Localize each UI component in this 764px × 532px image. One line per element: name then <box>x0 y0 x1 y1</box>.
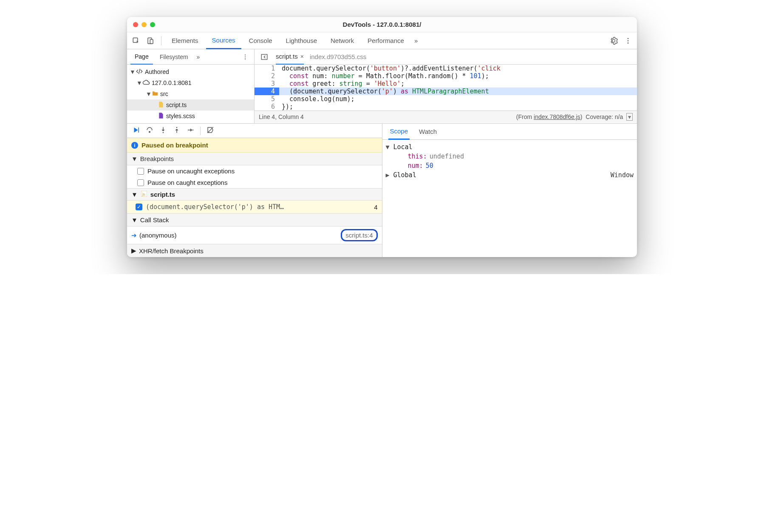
coverage-toggle-icon[interactable]: ▾ <box>626 113 633 121</box>
svg-text:js: js <box>142 192 145 196</box>
tree-authored[interactable]: ▼ Authored <box>127 66 254 77</box>
disclosure-triangle-icon: ▼ <box>131 155 138 162</box>
pause-banner: i Paused on breakpoint <box>127 138 382 153</box>
code-text: document.querySelector('button')?.addEve… <box>279 65 637 72</box>
inspect-element-icon[interactable] <box>130 34 142 47</box>
tree-file-script[interactable]: script.ts <box>127 99 254 110</box>
device-toolbar-icon[interactable] <box>144 34 157 47</box>
xhr-breakpoints-section[interactable]: ▶ XHR/fetch Breakpoints <box>127 244 382 257</box>
navigator-tab-filesystem[interactable]: Filesystem <box>156 49 192 65</box>
tab-lighthouse[interactable]: Lighthouse <box>280 32 323 49</box>
editor-tab-label: index.d9703d55.css <box>310 53 366 60</box>
settings-icon[interactable] <box>607 34 620 47</box>
scope-this-row[interactable]: this: undefined <box>386 152 634 161</box>
tree-host-label: 127.0.0.1:8081 <box>152 79 191 86</box>
checkbox-icon[interactable] <box>137 179 144 186</box>
step-into-icon[interactable] <box>159 126 167 135</box>
cursor-position: Line 4, Column 4 <box>259 113 304 120</box>
separator <box>200 127 201 135</box>
scope-global-row[interactable]: ▶ Global Window <box>386 170 634 180</box>
editor-tab-script[interactable]: script.ts × <box>276 49 304 65</box>
checkbox-icon[interactable] <box>137 168 144 175</box>
callstack-location[interactable]: script.ts:4 <box>341 229 377 241</box>
code-line[interactable]: 4 (document.querySelector('p') as HTMLPa… <box>255 88 637 95</box>
disclosure-triangle-icon: ▶ <box>131 247 136 255</box>
tab-scope[interactable]: Scope <box>388 124 410 140</box>
editor-tab-css[interactable]: index.d9703d55.css <box>310 49 366 65</box>
callstack-title: Call Stack <box>140 216 169 224</box>
line-number[interactable]: 2 <box>255 72 279 80</box>
editor-status-bar: Line 4, Column 4 (From index.7808df6e.js… <box>255 110 637 123</box>
navigator-pane: Page Filesystem » ▼ Authored ▼ 127.0.0.1… <box>127 49 255 123</box>
scope-tabs: Scope Watch <box>382 124 637 140</box>
line-number[interactable]: 1 <box>255 65 279 72</box>
tab-network[interactable]: Network <box>325 32 360 49</box>
line-number[interactable]: 5 <box>255 95 279 103</box>
code-line[interactable]: 6}); <box>255 103 637 110</box>
disclosure-triangle-icon: ▼ <box>131 216 138 224</box>
close-tab-icon[interactable]: × <box>300 53 304 60</box>
code-line[interactable]: 2 const num: number = Math.floor(Math.ra… <box>255 72 637 80</box>
tree-host[interactable]: ▼ 127.0.0.1:8081 <box>127 77 254 88</box>
line-number[interactable]: 4 <box>255 88 279 95</box>
xhr-breakpoints-title: XHR/fetch Breakpoints <box>139 247 204 255</box>
tree-folder-src[interactable]: ▼ src <box>127 88 254 99</box>
tab-sources[interactable]: Sources <box>206 32 241 49</box>
svg-point-6 <box>245 54 246 55</box>
code-line[interactable]: 1document.querySelector('button')?.addEv… <box>255 65 637 72</box>
tab-performance[interactable]: Performance <box>362 32 410 49</box>
step-icon[interactable] <box>187 126 194 135</box>
navigator-tab-page[interactable]: Page <box>130 49 153 65</box>
coverage-label: Coverage: n/a <box>586 113 623 120</box>
more-menu-icon[interactable] <box>622 34 634 47</box>
pause-uncaught-row[interactable]: Pause on uncaught exceptions <box>127 165 382 177</box>
navigator-tabs-overflow[interactable]: » <box>195 49 202 65</box>
callstack-section[interactable]: ▼ Call Stack <box>127 213 382 226</box>
code-line[interactable]: 3 const greet: string = 'Hello'; <box>255 80 637 88</box>
main-tab-bar: Elements Sources Console Lighthouse Netw… <box>127 32 637 49</box>
breakpoint-file-row[interactable]: ▼ js script.ts <box>127 188 382 201</box>
callstack-frame-name: (anonymous) <box>139 232 177 239</box>
cloud-icon <box>142 79 150 88</box>
scope-num-row[interactable]: num: 50 <box>386 161 634 170</box>
line-number[interactable]: 6 <box>255 103 279 110</box>
pause-caught-row[interactable]: Pause on caught exceptions <box>127 177 382 188</box>
code-line[interactable]: 5 console.log(num); <box>255 95 637 103</box>
scope-local-row[interactable]: ▼ Local <box>386 142 634 152</box>
svg-point-3 <box>628 38 629 39</box>
navigator-more-icon[interactable] <box>240 51 251 62</box>
tab-watch[interactable]: Watch <box>417 124 439 140</box>
editor-pane: script.ts × index.d9703d55.css 1document… <box>255 49 637 123</box>
breakpoint-item[interactable]: ✓ (document.querySelector('p') as HTM… 4 <box>127 201 382 213</box>
step-out-icon[interactable] <box>173 126 181 135</box>
breakpoints-section[interactable]: ▼ Breakpoints <box>127 153 382 165</box>
step-over-icon[interactable] <box>146 126 153 135</box>
scope-value: undefined <box>430 153 464 160</box>
scope-key: num: <box>408 162 423 170</box>
svg-point-8 <box>245 58 246 59</box>
deactivate-breakpoints-icon[interactable] <box>207 126 214 135</box>
current-frame-arrow-icon: ➔ <box>131 232 137 239</box>
source-origin-link[interactable]: index.7808df6e.js <box>534 113 580 120</box>
code-editor[interactable]: 1document.querySelector('button')?.addEv… <box>255 65 637 110</box>
code-text: const greet: string = 'Hello'; <box>279 80 637 88</box>
pause-banner-text: Paused on breakpoint <box>141 141 208 149</box>
svg-point-14 <box>192 130 193 130</box>
callstack-frame[interactable]: ➔ (anonymous) script.ts:4 <box>127 226 382 244</box>
debugger-panel: i Paused on breakpoint ▼ Breakpoints Pau… <box>127 123 637 257</box>
tab-console[interactable]: Console <box>243 32 278 49</box>
tabs-overflow[interactable]: » <box>412 32 420 49</box>
checkbox-checked-icon[interactable]: ✓ <box>136 204 142 210</box>
js-file-icon: js <box>141 191 147 198</box>
disclosure-triangle-icon: ▶ <box>386 171 391 179</box>
tab-elements[interactable]: Elements <box>166 32 204 49</box>
tree-file-styles[interactable]: styles.scss <box>127 110 254 122</box>
debugger-toolbar <box>127 124 382 138</box>
line-number[interactable]: 3 <box>255 80 279 88</box>
scope-body: ▼ Local this: undefined num: 50 ▶ Global… <box>382 140 637 182</box>
resume-icon[interactable] <box>132 126 140 135</box>
toggle-navigator-icon[interactable] <box>259 51 270 62</box>
svg-point-4 <box>628 40 629 41</box>
code-text: const num: number = Math.floor(Math.rand… <box>279 72 637 80</box>
scope-global-value: Window <box>419 171 634 179</box>
